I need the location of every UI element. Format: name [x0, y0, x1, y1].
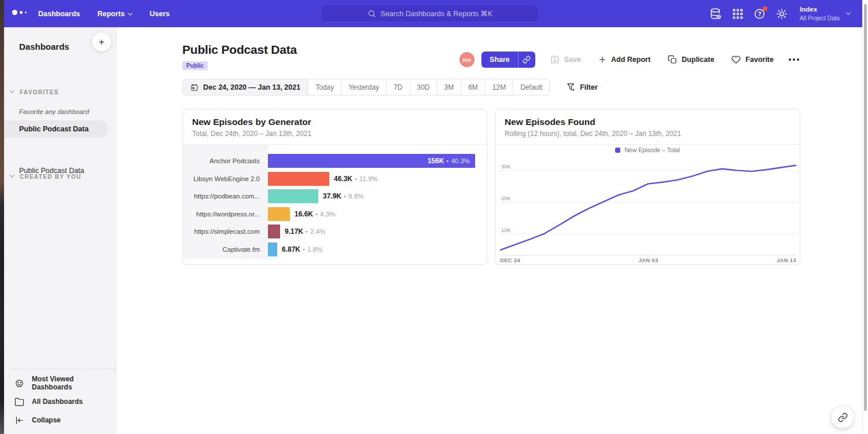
add-report-label: Add Report [611, 56, 650, 64]
bar-value: 46.3K•11.9% [334, 175, 378, 183]
app-logo-icon[interactable] [12, 10, 27, 15]
collapse-label: Collapse [32, 416, 61, 424]
chevron-down-icon [128, 10, 133, 15]
chevron-down-icon [10, 88, 14, 93]
section-favorites[interactable]: FAVORITES [4, 89, 116, 95]
line-chart-header[interactable]: New Episodes Found Rolling (12 hours), t… [495, 109, 800, 144]
desktop-edge-strip [0, 0, 4, 434]
save-button[interactable]: Save [550, 55, 581, 64]
bar-anchor-podcasts[interactable]: 156K•40.3% [268, 154, 475, 168]
bar-value-number: 37.9K [323, 192, 341, 200]
filter-button[interactable]: Filter [567, 83, 598, 91]
x-tick-dec24: DEC 24 [500, 257, 520, 263]
preset-default[interactable]: Default [513, 79, 549, 95]
legend[interactable]: New Episode – Total [495, 146, 800, 153]
project-name: All Project Data [800, 14, 840, 23]
help-icon[interactable]: ? [753, 8, 766, 20]
preset-3m[interactable]: 3M [437, 79, 461, 95]
x-tick-jan03: JAN 03 [639, 257, 659, 263]
nav-item-dashboards[interactable]: Dashboards [38, 10, 80, 18]
sidebar-item-public-podcast-data-2[interactable]: Public Podcast Data [4, 162, 108, 179]
floating-share-link-button[interactable] [832, 406, 854, 428]
bar-value: 9.17K•2.4% [285, 227, 325, 236]
duplicate-button[interactable]: Duplicate [668, 55, 714, 64]
preset-yesterday[interactable]: Yesterday [341, 79, 386, 95]
preset-30d[interactable]: 30D [410, 79, 437, 95]
preset-6m[interactable]: 6M [461, 79, 485, 95]
page-title: Public Podcast Data [182, 43, 297, 57]
filter-label: Filter [580, 83, 598, 91]
data-source-icon[interactable] [709, 8, 722, 20]
bar-category-label: https://podbean.com... [183, 193, 268, 200]
legend-swatch [615, 148, 620, 153]
bar-chart-body: Anchor Podcasts156K•40.3% Libsyn WebEngi… [183, 144, 487, 264]
date-range-group: Dec 24, 2020 — Jan 13, 2021 Today Yester… [182, 79, 550, 95]
preset-today[interactable]: Today [308, 79, 341, 95]
bar-value-number: 16.6K [295, 210, 313, 218]
separator: • [446, 157, 448, 164]
filter-funnel-icon [567, 83, 575, 91]
apps-grid-icon[interactable] [731, 8, 744, 20]
share-button[interactable]: Share [481, 52, 518, 68]
y-tick-label: 10K [501, 227, 512, 233]
nav-links: Dashboards Reports Users [38, 0, 170, 27]
bar-wordpress[interactable] [268, 207, 290, 221]
visibility-badge: Public [182, 61, 208, 70]
copy-share-link-button[interactable] [518, 52, 535, 68]
date-range-picker[interactable]: Dec 24, 2020 — Jan 13, 2021 [183, 79, 308, 95]
bar-value-number: 156K [428, 157, 444, 165]
date-range-value: Dec 24, 2020 — Jan 13, 2021 [203, 83, 300, 91]
collapse-sidebar-button[interactable]: Collapse [4, 411, 116, 429]
new-dashboard-button[interactable]: + [92, 32, 111, 52]
bar-chart-title: New Episodes by Generator [192, 117, 477, 127]
bar-chart-header[interactable]: New Episodes by Generator Total, Dec 24t… [183, 109, 487, 144]
preset-7d[interactable]: 7D [386, 79, 409, 95]
bar-libsyn[interactable] [268, 172, 329, 186]
separator: • [344, 193, 346, 200]
bar-podbean[interactable] [268, 189, 318, 203]
line-chart-body: New Episode – Total 10K20K30K DEC 24 JAN… [495, 144, 800, 264]
sidebar: Dashboards + FAVORITES Favorite any dash… [4, 27, 116, 434]
separator: • [306, 228, 308, 235]
separator: • [303, 246, 305, 253]
bar-value-percent: 4.3% [320, 211, 335, 218]
notification-badge [763, 6, 767, 11]
smiley-icon [14, 378, 24, 388]
save-label: Save [564, 56, 581, 64]
bar-category-label: Anchor Podcasts [183, 157, 268, 164]
search-input[interactable]: Search Dashboards & Reports ⌘K [322, 5, 538, 21]
favorites-empty-text: Favorite any dashboard [19, 108, 89, 115]
card-new-episodes-by-generator: New Episodes by Generator Total, Dec 24t… [182, 109, 487, 265]
most-viewed-dashboards-button[interactable]: Most Viewed Dashboards [4, 374, 116, 392]
scrollbar-track[interactable] [862, 0, 868, 434]
nav-item-users[interactable]: Users [149, 10, 170, 18]
bar-value: 16.6K•4.3% [295, 210, 335, 218]
add-report-button[interactable]: Add Report [598, 56, 650, 64]
sidebar-footer: Most Viewed Dashboards All Dashboards Co… [4, 369, 116, 429]
bar-value: 6.87K•1.8% [282, 245, 322, 253]
scrollbar-thumb[interactable] [864, 4, 867, 411]
line-chart-title: New Episodes Found [505, 117, 790, 127]
sidebar-item-public-podcast-data[interactable]: Public Podcast Data [4, 120, 108, 138]
project-switcher[interactable]: Index All Project Data [800, 5, 850, 22]
line-chart-plot: 10K20K30K [500, 160, 796, 258]
settings-gear-icon[interactable] [775, 8, 788, 20]
all-dashboards-button[interactable]: All Dashboards [4, 392, 116, 411]
bar-simplecast[interactable] [268, 225, 280, 238]
link-icon [523, 56, 531, 64]
avatar[interactable]: RH [459, 52, 475, 67]
favorite-button[interactable]: Favorite [731, 55, 774, 64]
legend-label: New Episode – Total [624, 146, 680, 153]
divider [12, 369, 116, 369]
duplicate-label: Duplicate [682, 56, 714, 64]
nav-item-reports[interactable]: Reports [97, 10, 132, 18]
bar-value-percent: 9.8% [348, 193, 363, 200]
trend-line[interactable] [501, 165, 796, 250]
bar-captivate[interactable] [268, 242, 277, 256]
all-dashboards-label: All Dashboards [32, 398, 83, 406]
separator: • [355, 175, 357, 182]
more-options-button[interactable] [789, 58, 799, 61]
section-favorites-label: FAVORITES [20, 89, 59, 95]
preset-12m[interactable]: 12M [485, 79, 513, 95]
bar-value: 156K•40.3% [428, 157, 470, 165]
